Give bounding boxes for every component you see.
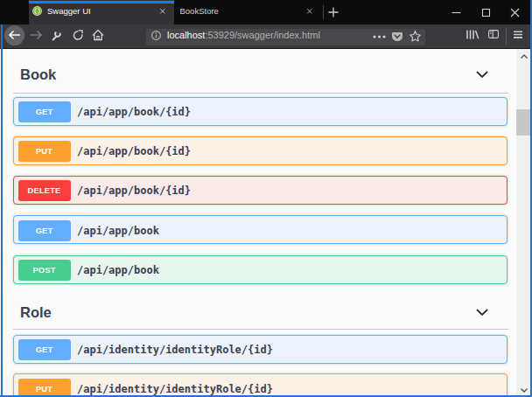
scrollbar-thumb[interactable] (516, 109, 530, 136)
operation-path: /api/app/book/{id} (77, 145, 191, 157)
section-collapse-chevron-icon[interactable] (476, 309, 488, 316)
url-path: :53929/swagger/index.html (205, 30, 319, 40)
opblock-get[interactable]: GET/api/app/book (13, 215, 508, 244)
tab-bookstore[interactable]: BookStore (174, 0, 323, 24)
back-button[interactable] (4, 25, 24, 45)
method-badge: GET (18, 220, 71, 241)
tab-close-icon[interactable] (306, 8, 313, 15)
method-badge: PUT (18, 379, 71, 397)
opblock-post[interactable]: POST/api/app/book (13, 255, 508, 284)
opblock-get[interactable]: GET/api/app/book/{id} (13, 97, 508, 126)
pocket-icon[interactable] (391, 31, 403, 42)
home-icon[interactable] (92, 29, 104, 41)
section-divider (13, 93, 509, 94)
minimize-icon (452, 8, 461, 17)
tab-swagger-ui[interactable]: Swagger UI (29, 0, 174, 24)
forward-button[interactable] (30, 28, 42, 42)
operation-path: /api/app/book (77, 225, 159, 237)
opblock-put[interactable]: PUT/api/app/book/{id} (13, 136, 508, 165)
tab-title: Swagger UI (47, 0, 91, 24)
reload-icon[interactable] (72, 29, 84, 41)
scrollbar[interactable] (516, 49, 530, 395)
new-tab-button[interactable] (327, 6, 340, 18)
window-minimize-button[interactable] (443, 0, 469, 24)
navigation-toolbar: localhost:53929/swagger/index.html (0, 24, 532, 49)
window-close-button[interactable] (501, 0, 528, 24)
swagger-page-content: BookGET/api/app/book/{id}PUT/api/app/boo… (0, 49, 532, 397)
toolbar-separator (506, 28, 507, 45)
close-icon (510, 8, 520, 17)
scroll-up-icon[interactable] (520, 52, 528, 61)
opblock-put[interactable]: PUT/api/identity/identityRole/{id} (13, 373, 508, 397)
opblock-get[interactable]: GET/api/identity/identityRole/{id} (13, 335, 508, 364)
method-badge: GET (18, 339, 71, 360)
library-icon[interactable] (466, 30, 480, 39)
sidebar-toggle-icon[interactable] (488, 30, 499, 38)
section-heading-book[interactable]: Book (20, 67, 56, 82)
operation-path: /api/identity/identityRole/{id} (77, 344, 273, 356)
url-host: localhost (167, 30, 205, 40)
page-actions-icon[interactable] (373, 35, 386, 38)
bookmark-star-icon[interactable] (410, 31, 421, 42)
developer-tools-icon[interactable] (51, 29, 63, 41)
operation-path: /api/identity/identityRole/{id} (77, 383, 273, 395)
url-text[interactable]: localhost:53929/swagger/index.html (167, 29, 320, 45)
back-arrow-icon (8, 30, 21, 40)
page-info-icon[interactable] (151, 31, 161, 40)
window-maximize-button[interactable] (472, 0, 499, 24)
operation-path: /api/app/book/{id} (77, 106, 191, 118)
method-badge: POST (18, 260, 71, 281)
operation-path: /api/app/book/{id} (77, 185, 191, 197)
section-heading-role[interactable]: Role (20, 305, 52, 320)
operation-path: /api/app/book (77, 264, 159, 276)
scroll-down-icon[interactable] (520, 386, 528, 394)
browser-window: Swagger UI BookStore (0, 0, 532, 397)
tab-bar: Swagger UI BookStore (0, 0, 532, 24)
maximize-icon (481, 8, 491, 17)
tab-title: BookStore (180, 0, 219, 24)
window-border-left (1, 24, 3, 397)
tab-separator (323, 5, 324, 19)
section-collapse-chevron-icon[interactable] (476, 71, 488, 78)
swagger-favicon-icon (32, 6, 42, 16)
hamburger-menu-icon[interactable] (514, 31, 522, 38)
method-badge: DELETE (18, 180, 71, 201)
method-badge: GET (18, 101, 71, 122)
tab-close-icon[interactable] (159, 8, 166, 15)
url-bar[interactable]: localhost:53929/swagger/index.html (146, 29, 425, 45)
section-divider (13, 329, 509, 330)
opblock-delete[interactable]: DELETE/api/app/book/{id} (13, 176, 508, 205)
method-badge: PUT (18, 141, 71, 162)
